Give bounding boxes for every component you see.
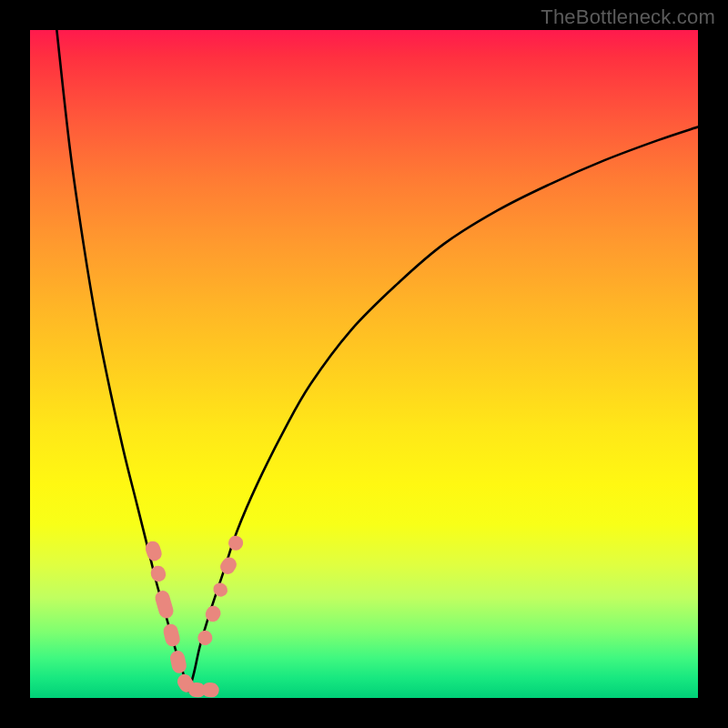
marker-capsule — [162, 622, 182, 648]
plot-area — [30, 30, 698, 698]
watermark-text: TheBottleneck.com — [541, 5, 715, 29]
svg-rect-9 — [203, 603, 224, 624]
svg-rect-2 — [154, 589, 176, 620]
svg-rect-7 — [201, 682, 219, 698]
svg-rect-8 — [195, 628, 215, 648]
marker-capsule — [195, 628, 215, 648]
svg-rect-11 — [217, 554, 239, 577]
svg-rect-3 — [162, 622, 182, 648]
marker-capsule — [201, 682, 219, 698]
marker-capsule — [154, 589, 176, 620]
svg-rect-12 — [226, 532, 246, 552]
curve-right-branch — [189, 126, 698, 691]
curve-layer — [56, 30, 698, 692]
chart-svg — [30, 30, 698, 698]
marker-capsule — [203, 603, 224, 624]
marker-capsule — [169, 649, 188, 674]
marker-capsule — [217, 554, 239, 577]
chart-frame: TheBottleneck.com — [0, 0, 728, 728]
svg-rect-4 — [169, 649, 188, 674]
marker-capsule — [211, 581, 230, 600]
svg-rect-10 — [211, 581, 230, 600]
marker-capsule — [226, 532, 246, 552]
curve-left-branch — [56, 30, 188, 692]
